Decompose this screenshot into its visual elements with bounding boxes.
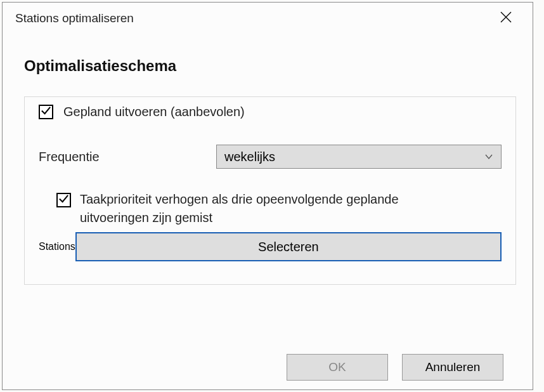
scheduled-run-row: Gepland uitvoeren (aanbevolen) <box>39 105 502 119</box>
frequency-label: Frequentie <box>39 150 216 164</box>
priority-checkbox[interactable] <box>56 193 71 207</box>
frequency-value: wekelijks <box>224 150 275 164</box>
scheduled-run-label: Gepland uitvoeren (aanbevolen) <box>63 105 245 119</box>
check-icon <box>58 193 69 207</box>
frequency-row: Frequentie wekelijks <box>39 145 502 169</box>
titlebar: Stations optimaliseren <box>3 3 533 32</box>
dialog-window: Stations optimaliseren Optimalisatiesche… <box>2 2 533 390</box>
priority-label: Taakprioriteit verhogen als drie opeenvo… <box>80 190 460 227</box>
content-area: Optimalisatieschema Gepland uitvoeren (a… <box>3 32 533 285</box>
stations-select-button[interactable]: Selecteren <box>75 232 502 261</box>
close-icon <box>500 11 512 25</box>
priority-row: Taakprioriteit verhogen als drie opeenvo… <box>56 190 502 227</box>
schedule-groupbox: Gepland uitvoeren (aanbevolen) Frequenti… <box>24 96 516 285</box>
cancel-button[interactable]: Annuleren <box>402 354 503 381</box>
ok-button-label: OK <box>328 360 346 374</box>
ok-button[interactable]: OK <box>287 354 388 381</box>
section-heading: Optimalisatieschema <box>24 57 516 75</box>
frequency-select[interactable]: wekelijks <box>216 145 502 169</box>
stations-row: Stations Selecteren <box>39 232 502 261</box>
stations-label: Stations <box>39 241 75 252</box>
cancel-button-label: Annuleren <box>425 360 481 374</box>
stations-button-label: Selecteren <box>258 240 319 254</box>
close-button[interactable] <box>492 9 520 28</box>
window-title: Stations optimaliseren <box>15 11 134 25</box>
chevron-down-icon <box>484 150 493 164</box>
dialog-footer: OK Annuleren <box>287 354 503 381</box>
scheduled-run-checkbox[interactable] <box>39 105 53 119</box>
check-icon <box>41 105 51 119</box>
